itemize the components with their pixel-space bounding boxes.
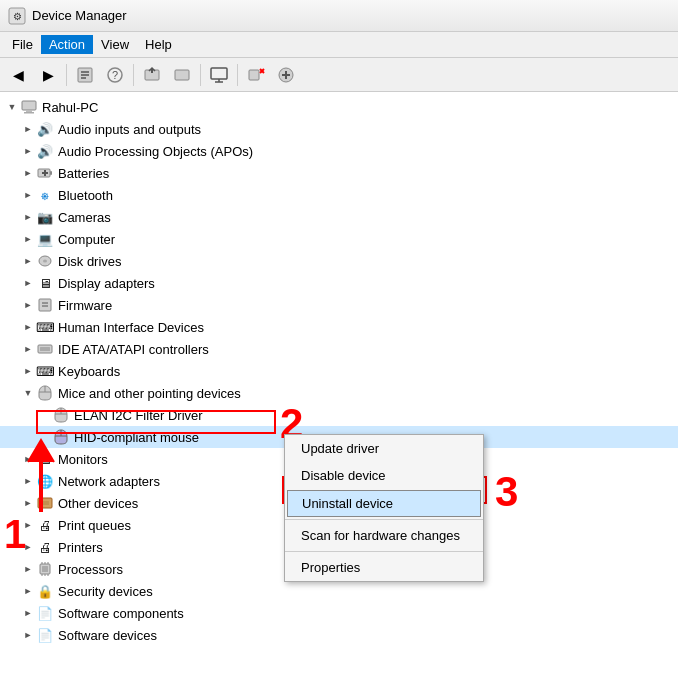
security-expander[interactable]: ►: [20, 583, 36, 599]
network-expander[interactable]: ►: [20, 473, 36, 489]
monitors-expander[interactable]: ►: [20, 451, 36, 467]
scan-changes-button[interactable]: [168, 61, 196, 89]
tree-bluetooth[interactable]: ► ⎈ Bluetooth: [0, 184, 678, 206]
tree-firmware[interactable]: ► Firmware: [0, 294, 678, 316]
context-scan-hardware[interactable]: Scan for hardware changes: [285, 522, 483, 549]
batteries-label: Batteries: [58, 166, 109, 181]
tree-software-components[interactable]: ► 📄 Software components: [0, 602, 678, 624]
elan-icon: [52, 406, 70, 424]
svg-rect-20: [22, 101, 36, 110]
printers-label: Printers: [58, 540, 103, 555]
add-button[interactable]: [272, 61, 300, 89]
software-components-icon: 📄: [36, 604, 54, 622]
tree-ide[interactable]: ► IDE ATA/ATAPI controllers: [0, 338, 678, 360]
computer-expander[interactable]: ►: [20, 231, 36, 247]
other-devices-label: Other devices: [58, 496, 138, 511]
audio-apo-icon: 🔊: [36, 142, 54, 160]
network-icon: 🌐: [36, 472, 54, 490]
printers-expander[interactable]: ►: [20, 539, 36, 555]
disk-drives-icon: [36, 252, 54, 270]
tree-audio-inputs[interactable]: ► 🔊 Audio inputs and outputs: [0, 118, 678, 140]
menu-action[interactable]: Action: [41, 35, 93, 54]
security-label: Security devices: [58, 584, 153, 599]
software-devices-icon: 📄: [36, 626, 54, 644]
mice-label: Mice and other pointing devices: [58, 386, 241, 401]
context-update-driver[interactable]: Update driver: [285, 435, 483, 462]
tree-keyboards[interactable]: ► ⌨ Keyboards: [0, 360, 678, 382]
menu-view[interactable]: View: [93, 35, 137, 54]
hid-mouse-expander: [36, 429, 52, 445]
print-queues-label: Print queues: [58, 518, 131, 533]
remove-button[interactable]: [242, 61, 270, 89]
svg-rect-43: [42, 566, 48, 572]
keyboards-expander[interactable]: ►: [20, 363, 36, 379]
display-adapters-expander[interactable]: ►: [20, 275, 36, 291]
help-button[interactable]: ?: [101, 61, 129, 89]
audio-inputs-expander[interactable]: ►: [20, 121, 36, 137]
root-expander[interactable]: ▼: [4, 99, 20, 115]
title-bar: ⚙ Device Manager: [0, 0, 678, 32]
context-uninstall-device[interactable]: Uninstall device: [287, 490, 481, 517]
audio-apo-label: Audio Processing Objects (APOs): [58, 144, 253, 159]
cameras-expander[interactable]: ►: [20, 209, 36, 225]
tree-hid[interactable]: ► ⌨ Human Interface Devices: [0, 316, 678, 338]
tree-display-adapters[interactable]: ► 🖥 Display adapters: [0, 272, 678, 294]
tree-batteries[interactable]: ► Batteries: [0, 162, 678, 184]
context-menu: Update driver Disable device Uninstall d…: [284, 434, 484, 582]
hid-icon: ⌨: [36, 318, 54, 336]
tree-elan[interactable]: ELAN I2C Filter Driver: [0, 404, 678, 426]
svg-point-28: [43, 260, 47, 263]
ide-expander[interactable]: ►: [20, 341, 36, 357]
tree-audio-apo[interactable]: ► 🔊 Audio Processing Objects (APOs): [0, 140, 678, 162]
tree-computer[interactable]: ► 💻 Computer: [0, 228, 678, 250]
display-adapters-icon: 🖥: [36, 274, 54, 292]
software-components-expander[interactable]: ►: [20, 605, 36, 621]
disk-drives-expander[interactable]: ►: [20, 253, 36, 269]
menu-file[interactable]: File: [4, 35, 41, 54]
device-tree[interactable]: ▼ Rahul-PC ► 🔊 Audio inputs and outputs …: [0, 92, 678, 675]
bluetooth-expander[interactable]: ►: [20, 187, 36, 203]
forward-button[interactable]: ▶: [34, 61, 62, 89]
keyboards-icon: ⌨: [36, 362, 54, 380]
svg-rect-24: [50, 171, 52, 175]
processors-expander[interactable]: ►: [20, 561, 36, 577]
computer-node-icon: 💻: [36, 230, 54, 248]
svg-rect-29: [39, 299, 51, 311]
tree-software-devices[interactable]: ► 📄 Software devices: [0, 624, 678, 646]
display-button[interactable]: [205, 61, 233, 89]
print-queues-expander[interactable]: ►: [20, 517, 36, 533]
window-title: Device Manager: [32, 8, 127, 23]
audio-inputs-label: Audio inputs and outputs: [58, 122, 201, 137]
processors-label: Processors: [58, 562, 123, 577]
toolbar-separator: [66, 64, 67, 86]
firmware-expander[interactable]: ►: [20, 297, 36, 313]
update-driver-button[interactable]: [138, 61, 166, 89]
cameras-icon: 📷: [36, 208, 54, 226]
software-devices-expander[interactable]: ►: [20, 627, 36, 643]
menu-help[interactable]: Help: [137, 35, 180, 54]
mice-expander[interactable]: ▼: [20, 385, 36, 401]
toolbar-separator4: [237, 64, 238, 86]
tree-cameras[interactable]: ► 📷 Cameras: [0, 206, 678, 228]
batteries-expander[interactable]: ►: [20, 165, 36, 181]
context-properties[interactable]: Properties: [285, 554, 483, 581]
tree-disk-drives[interactable]: ► Disk drives: [0, 250, 678, 272]
context-disable-device[interactable]: Disable device: [285, 462, 483, 489]
tree-security[interactable]: ► 🔒 Security devices: [0, 580, 678, 602]
hid-mouse-label: HID-compliant mouse: [74, 430, 199, 445]
firmware-icon: [36, 296, 54, 314]
svg-rect-21: [26, 110, 32, 112]
svg-rect-41: [41, 501, 49, 505]
other-devices-expander[interactable]: ►: [20, 495, 36, 511]
hid-expander[interactable]: ►: [20, 319, 36, 335]
back-button[interactable]: ◀: [4, 61, 32, 89]
tree-mice[interactable]: ▼ Mice and other pointing devices: [0, 382, 678, 404]
toolbar: ◀ ▶ ?: [0, 58, 678, 92]
svg-text:⚙: ⚙: [13, 11, 22, 22]
elan-expander: [36, 407, 52, 423]
properties-button[interactable]: [71, 61, 99, 89]
bluetooth-label: Bluetooth: [58, 188, 113, 203]
printers-icon: 🖨: [36, 538, 54, 556]
tree-root[interactable]: ▼ Rahul-PC: [0, 96, 678, 118]
audio-apo-expander[interactable]: ►: [20, 143, 36, 159]
